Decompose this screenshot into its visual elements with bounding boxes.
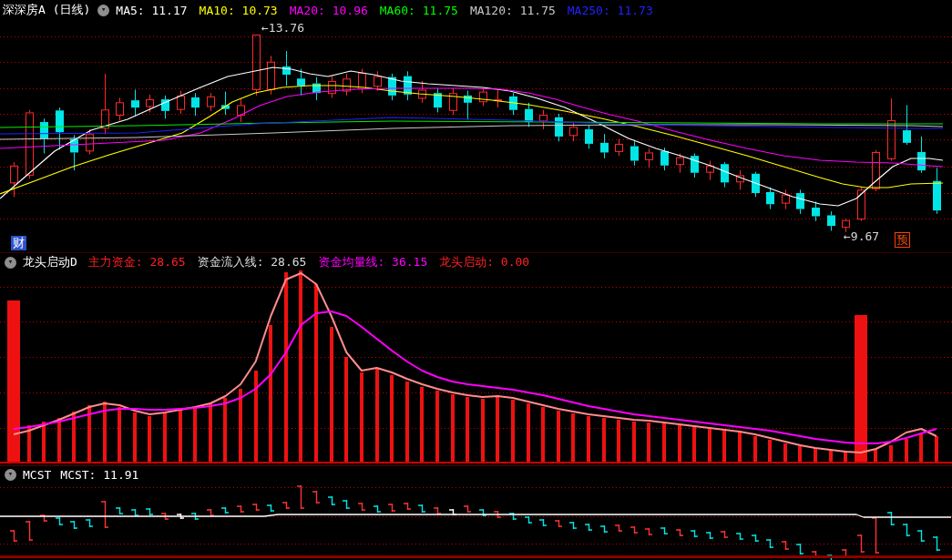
ma60-value: MA60: 11.75 xyxy=(380,4,458,17)
collapse-chevron-icon[interactable] xyxy=(5,257,16,269)
price-panel-header: 深深房A (日线) MA5: 11.17 MA10: 10.73 MA20: 1… xyxy=(3,2,665,18)
price-chart-area[interactable] xyxy=(0,20,952,252)
stock-title: 深深房A (日线) xyxy=(3,2,90,18)
low-price-annotation: ←9.67 xyxy=(844,229,879,243)
collapse-chevron-icon[interactable] xyxy=(97,5,109,16)
mcst-panel-header: MCST MCST: 11.91 xyxy=(3,466,138,483)
mcst-title: MCST xyxy=(23,468,51,482)
forecast-flag-label[interactable]: 预 xyxy=(895,232,910,248)
indicator-title: 龙头启动D xyxy=(23,254,77,270)
avg-volume-value: 资金均量线: 36.15 xyxy=(318,254,427,270)
ma20-value: MA20: 10.96 xyxy=(290,4,368,17)
ma120-value: MA120: 11.75 xyxy=(470,4,556,17)
main-funds-value: 主力资金: 28.65 xyxy=(88,254,186,270)
mcst-value: MCST: 11.91 xyxy=(60,468,138,482)
ma250-value: MA250: 11.73 xyxy=(568,4,653,17)
mcst-chart-area[interactable] xyxy=(0,484,952,556)
dragon-start-value: 龙头启动: 0.00 xyxy=(439,254,529,270)
finance-flag-label[interactable]: 财 xyxy=(11,236,26,250)
indicator-panel-header: 龙头启动D 主力资金: 28.65 资金流入线: 28.65 资金均量线: 36… xyxy=(3,254,541,270)
high-price-annotation: ←13.76 xyxy=(261,21,304,35)
stock-app-window: { "panel1": { "title": "深深房A (日线)", "mas… xyxy=(0,0,952,560)
ma5-value: MA5: 11.17 xyxy=(116,4,187,17)
indicator-chart-area[interactable] xyxy=(0,270,952,463)
collapse-chevron-icon[interactable] xyxy=(5,469,16,481)
ma10-value: MA10: 10.73 xyxy=(200,4,278,17)
inflow-line-value: 资金流入线: 28.65 xyxy=(198,254,307,270)
